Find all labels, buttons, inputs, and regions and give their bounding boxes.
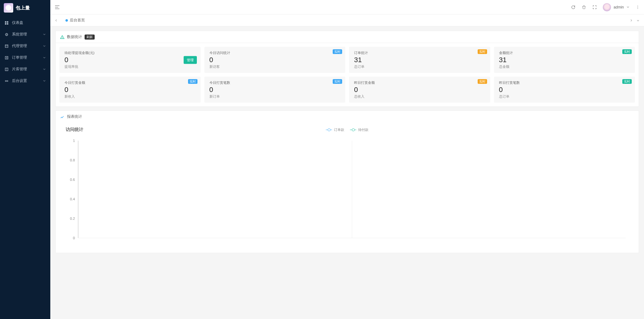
- stats-grid: 待处理提现金额(元)0提现率批管理今日访问统计0新访客实时订单统计31总订单实时…: [59, 47, 635, 103]
- avatar: [603, 3, 611, 11]
- stat-value: 0: [354, 86, 485, 94]
- dashboard-icon: [4, 21, 9, 25]
- sidebar-item-label: 系统管理: [12, 32, 40, 37]
- refresh-icon[interactable]: [571, 5, 576, 10]
- svg-point-19: [62, 38, 62, 38]
- logo-icon: [4, 3, 13, 13]
- stat-value: 0: [209, 86, 341, 94]
- svg-text:0.6: 0.6: [70, 178, 75, 181]
- chevron-down-icon: [626, 5, 630, 9]
- legend-item-pending[interactable]: 待付款: [350, 127, 369, 132]
- gear-icon: [4, 32, 9, 37]
- chevron-down-icon: [43, 32, 46, 37]
- list-icon: [4, 56, 9, 60]
- status-badge: 实时: [622, 49, 632, 54]
- stat-title: 今日打赏笔数: [209, 80, 341, 85]
- menu-toggle-icon[interactable]: [54, 4, 60, 10]
- svg-point-15: [637, 5, 638, 6]
- chevron-down-icon: [43, 44, 46, 48]
- status-badge: 实时: [622, 79, 632, 84]
- chevron-down-icon: [43, 79, 46, 83]
- sidebar-item-label: 代理管理: [12, 43, 40, 49]
- tab-next-icon[interactable]: [628, 17, 635, 24]
- legend-marker-icon: [350, 128, 356, 131]
- app-name: 包上量: [16, 5, 30, 11]
- status-badge: 实时: [478, 79, 487, 84]
- fullscreen-icon[interactable]: [592, 5, 597, 10]
- svg-point-17: [637, 8, 638, 9]
- status-badge: 实时: [478, 49, 487, 54]
- sidebar-item-label: 片库管理: [12, 67, 40, 72]
- stat-card: 今日打赏笔数0新订单实时: [204, 77, 346, 103]
- sidebar-item-label: 后台设置: [12, 78, 40, 84]
- sidebar-item-settings[interactable]: 后台设置: [0, 75, 50, 87]
- legend-label: 订单款: [334, 127, 344, 132]
- cog-icon: [4, 79, 9, 83]
- svg-point-4: [6, 34, 7, 35]
- chart-area: 00.20.40.60.81: [56, 134, 639, 253]
- tab-dropdown-icon[interactable]: [635, 17, 641, 24]
- manage-button[interactable]: 管理: [184, 56, 197, 64]
- stat-value: 0: [209, 56, 341, 64]
- legend-marker-icon: [326, 128, 332, 131]
- stat-sub: 总金额: [499, 64, 630, 69]
- stat-sub: 新订单: [209, 94, 341, 99]
- sidebar-item-label: 订单管理: [12, 55, 40, 60]
- more-icon[interactable]: [635, 5, 640, 10]
- stat-value: 0: [64, 86, 196, 94]
- sidebar-item-order[interactable]: 订单管理: [0, 52, 50, 63]
- stat-sub: 总订单: [499, 94, 630, 99]
- status-badge: 实时: [333, 79, 342, 84]
- tab-home[interactable]: 后台首页: [62, 16, 88, 24]
- user-menu[interactable]: admin: [603, 3, 630, 11]
- svg-rect-0: [5, 21, 6, 22]
- sidebar-item-dashboard[interactable]: 仪表盘: [0, 17, 50, 29]
- stat-title: 今日访问统计: [209, 51, 341, 55]
- tab-prev-icon[interactable]: [53, 17, 60, 24]
- panel-title: 报表统计: [67, 114, 82, 119]
- svg-text:0.8: 0.8: [70, 158, 75, 162]
- chevron-down-icon: [43, 56, 46, 60]
- svg-point-16: [637, 7, 638, 8]
- stat-card: 今日打赏金额0新收入实时: [59, 77, 201, 103]
- svg-text:0: 0: [73, 236, 75, 240]
- main: admin 后台首页 数据统计 刷新: [50, 0, 644, 319]
- logo[interactable]: 包上量: [0, 0, 50, 16]
- stat-card: 金额统计31总金额实时: [494, 47, 635, 73]
- stat-title: 订单统计: [354, 51, 485, 55]
- stat-card: 待处理提现金额(元)0提现率批管理: [59, 47, 201, 73]
- svg-point-13: [5, 80, 7, 82]
- panel-title: 数据统计: [67, 34, 82, 40]
- sidebar-item-label: 仪表盘: [12, 20, 46, 25]
- stat-sub: 总订单: [354, 64, 485, 69]
- nav: 仪表盘 系统管理 代理管理 订单管理 片库管理: [0, 16, 50, 88]
- svg-rect-3: [7, 23, 8, 24]
- chevron-down-icon: [43, 67, 46, 72]
- svg-rect-5: [5, 45, 8, 47]
- sidebar: 包上量 仪表盘 系统管理 代理管理 订单管理: [0, 0, 50, 319]
- trash-icon[interactable]: [581, 5, 586, 10]
- stat-value: 0: [499, 86, 630, 94]
- chart-legend: 订单款 待付款: [326, 127, 369, 132]
- svg-text:0.4: 0.4: [70, 197, 75, 201]
- stat-card: 今日访问统计0新访客实时: [204, 47, 346, 73]
- content: 数据统计 刷新 待处理提现金额(元)0提现率批管理今日访问统计0新访客实时订单统…: [50, 26, 644, 319]
- svg-rect-1: [7, 21, 8, 22]
- sidebar-item-agent[interactable]: 代理管理: [0, 40, 50, 52]
- stat-title: 昨日打赏金额: [354, 80, 485, 85]
- svg-text:1: 1: [73, 139, 75, 143]
- tab-dot-icon: [65, 19, 68, 22]
- stat-sub: 新收入: [64, 94, 196, 99]
- user-name: admin: [613, 5, 624, 9]
- legend-item-orders[interactable]: 订单款: [326, 127, 344, 132]
- download-icon[interactable]: [628, 127, 634, 132]
- box-icon: [4, 44, 9, 48]
- refresh-button[interactable]: 刷新: [85, 35, 95, 40]
- sidebar-item-system[interactable]: 系统管理: [0, 29, 50, 40]
- stat-title: 昨日打赏笔数: [499, 80, 630, 85]
- legend-label: 待付款: [358, 127, 369, 132]
- status-badge: 实时: [333, 49, 342, 54]
- sidebar-item-library[interactable]: 片库管理: [0, 63, 50, 75]
- stat-sub: 提现率批: [64, 64, 196, 69]
- film-icon: [4, 67, 9, 72]
